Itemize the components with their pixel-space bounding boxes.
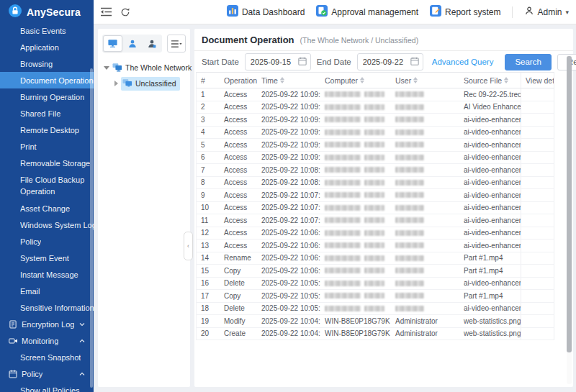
table-row[interactable]: 13Access2025-09-22 10:06:57ai-video-enha… xyxy=(196,240,554,252)
tree-node-unclassified[interactable]: Unclassified xyxy=(98,76,190,91)
redacted-computer xyxy=(325,268,361,273)
cell-computer xyxy=(320,114,391,126)
sidebar-item-document-operation[interactable]: Document Operation xyxy=(0,72,94,88)
caret-down-icon[interactable] xyxy=(104,65,109,70)
table-row[interactable]: 7Access2025-09-22 10:08:15ai-video-enhan… xyxy=(196,164,554,177)
redacted-computer xyxy=(364,167,384,173)
cell-source-file: Rec 09-22-25.trec xyxy=(459,88,521,101)
sort-icon[interactable] xyxy=(504,77,508,83)
sidebar-item-instant-message[interactable]: Instant Message xyxy=(0,266,94,283)
menu-fold-icon[interactable] xyxy=(101,7,112,17)
sidebar-item-screen-snapshot[interactable]: Screen Snapshot xyxy=(0,349,94,365)
start-date-field[interactable] xyxy=(245,53,311,70)
table-row[interactable]: 20Create2025-09-22 10:04:14WIN-B8E0P18G7… xyxy=(196,328,554,341)
sidebar-item-removable-storage[interactable]: Removable Storage xyxy=(0,155,94,171)
cell-computer xyxy=(320,278,391,290)
role-tab-icon[interactable] xyxy=(142,35,161,52)
start-date-input[interactable] xyxy=(251,58,295,66)
sidebar-item-email[interactable]: Email xyxy=(0,283,94,299)
user-menu[interactable]: Admin ▾ xyxy=(524,6,569,18)
sort-icon[interactable] xyxy=(360,77,364,83)
topbar-link-data-dashboard[interactable]: Data Dashboard xyxy=(227,5,305,19)
table-row[interactable]: 17Copy2025-09-22 10:05:33Part #1.mp4 xyxy=(196,290,554,303)
column-header-user[interactable]: User xyxy=(391,73,459,88)
redacted-user xyxy=(395,142,424,147)
collapse-panel-handle[interactable]: ‹ xyxy=(184,232,193,260)
sidebar-item-file-cloud-backup-operation[interactable]: File Cloud Backup Operation xyxy=(0,171,94,200)
sidebar-item-remote-desktop[interactable]: Remote Desktop xyxy=(0,122,94,138)
sidebar-item-show-all-policies[interactable]: Show all Policies xyxy=(0,382,94,392)
table-scrollbar-thumb[interactable] xyxy=(567,56,572,352)
sort-icon[interactable] xyxy=(413,77,418,83)
tree-node-whole-network[interactable]: The Whole Network xyxy=(98,60,190,76)
redacted-computer xyxy=(325,281,361,286)
sidebar-item-browsing[interactable]: Browsing xyxy=(0,55,94,72)
topbar-divider xyxy=(512,6,513,18)
cell-index: 1 xyxy=(197,88,220,101)
sidebar-item-shared-file[interactable]: Shared File xyxy=(0,105,94,122)
advanced-query-link[interactable]: Advanced Query xyxy=(432,58,494,66)
table-row[interactable]: 11Access2025-09-22 10:07:22ai-video-enha… xyxy=(196,214,554,227)
sidebar-item-monitoring[interactable]: Monitoring xyxy=(0,332,94,349)
cell-computer xyxy=(320,127,391,139)
table-row[interactable]: 16Delete2025-09-22 10:05:55ai-video-enha… xyxy=(196,278,554,291)
cell-user xyxy=(391,101,459,114)
dashboard-app-icon xyxy=(227,5,238,19)
table-row[interactable]: 2Access2025-09-22 10:09:34AI Video Enhan… xyxy=(196,101,554,114)
table-row[interactable]: 3Access2025-09-22 10:09:34ai-video-enhan… xyxy=(196,114,554,127)
table-row[interactable]: 18Delete2025-09-22 10:05:20ai-video-enha… xyxy=(196,303,554,316)
cell-operation: Access xyxy=(220,177,257,189)
table-row[interactable]: 14Rename2025-09-22 10:06:17Part #1.mp4 xyxy=(196,252,554,265)
table-row[interactable]: 8Access2025-09-22 10:08:14ai-video-enhan… xyxy=(196,177,554,190)
cell-user xyxy=(391,303,459,315)
cell-computer: WIN-B8E0P18G79K xyxy=(320,315,391,327)
topbar-link-approval-management[interactable]: Approval management xyxy=(316,5,418,19)
table-row[interactable]: 19Modify2025-09-22 10:04:14WIN-B8E0P18G7… xyxy=(196,315,554,328)
org-tree-panel: The Whole Network Unclassified xyxy=(98,29,190,387)
table-row[interactable]: 1Access2025-09-22 10:09:57Rec 09-22-25.t… xyxy=(196,88,554,101)
cell-index: 8 xyxy=(197,177,220,189)
table-row[interactable]: 12Access2025-09-22 10:06:57ai-video-enha… xyxy=(196,227,554,240)
table-row[interactable]: 15Copy2025-09-22 10:06:00Part #1.mp4 xyxy=(196,265,554,278)
sidebar-item-asset-change[interactable]: Asset Change xyxy=(0,200,94,216)
cell-user xyxy=(391,202,459,214)
cell-computer xyxy=(320,290,391,302)
cell-source-file: ai-video-enhancer.mp4 xyxy=(459,164,521,176)
sidebar-item-windows-system-log[interactable]: Windows System Log xyxy=(0,216,94,233)
table-row[interactable]: 10Access2025-09-22 10:07:22ai-video-enha… xyxy=(196,202,554,215)
redacted-computer xyxy=(364,242,384,248)
report-app-icon xyxy=(430,5,441,19)
table-row[interactable]: 6Access2025-09-22 10:09:30ai-video-enhan… xyxy=(196,152,554,165)
sort-icon[interactable] xyxy=(280,77,284,83)
sidebar-scrollbar[interactable] xyxy=(90,68,93,388)
cell-index: 6 xyxy=(197,152,220,164)
page-title: Document Operation xyxy=(202,35,294,45)
sidebar-item-application[interactable]: Application xyxy=(0,39,94,55)
cell-time: 2025-09-22 10:09:34 xyxy=(257,114,320,126)
table-row[interactable]: 4Access2025-09-22 10:09:31ai-video-enhan… xyxy=(196,127,554,140)
sidebar-item-encryption-log[interactable]: Encryption Log xyxy=(0,316,94,332)
search-button[interactable]: Search xyxy=(505,54,551,70)
sidebar-item-print[interactable]: Print xyxy=(0,138,94,155)
topbar-link-report-system[interactable]: Report system xyxy=(430,5,500,19)
column-header-time[interactable]: Time xyxy=(257,73,320,88)
refresh-icon[interactable] xyxy=(120,7,130,17)
user-tab-icon[interactable] xyxy=(122,35,142,52)
sidebar-item-policy[interactable]: Policy xyxy=(0,365,94,382)
list-options-icon[interactable] xyxy=(167,35,186,53)
sidebar-item-basic-events[interactable]: Basic Events xyxy=(0,22,94,39)
table-row[interactable]: 5Access2025-09-22 10:09:31ai-video-enhan… xyxy=(196,139,554,152)
sidebar-nav: Basic EventsApplicationBrowsingDocument … xyxy=(0,22,94,392)
caret-right-icon[interactable] xyxy=(112,81,120,86)
sidebar-item-policy[interactable]: Policy xyxy=(0,233,94,250)
sidebar-item-burning-operation[interactable]: Burning Operation xyxy=(0,88,94,105)
column-header-source-file[interactable]: Source File xyxy=(459,73,521,88)
end-date-input[interactable] xyxy=(363,58,408,66)
sidebar-item-sensitive-informational[interactable]: Sensitive Informational xyxy=(0,299,94,316)
end-date-field[interactable] xyxy=(357,53,423,70)
computer-tab-icon[interactable] xyxy=(103,35,122,52)
cell-computer xyxy=(320,265,391,277)
sidebar-item-system-event[interactable]: System Event xyxy=(0,250,94,266)
column-header-computer[interactable]: Computer xyxy=(320,73,391,88)
table-row[interactable]: 9Access2025-09-22 10:07:23ai-video-enhan… xyxy=(196,189,554,202)
